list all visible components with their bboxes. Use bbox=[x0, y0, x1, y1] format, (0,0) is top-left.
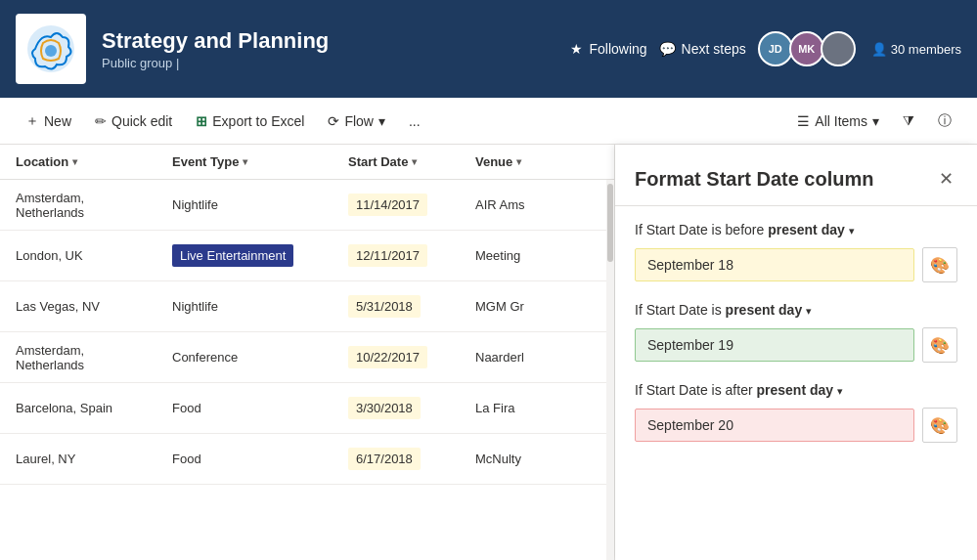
avatar-group: JD MK bbox=[758, 31, 856, 66]
cell-venue: AIR Ams bbox=[467, 190, 565, 220]
column-headers: Location ▾ Event Type ▾ Start Date ▾ Ven… bbox=[0, 145, 614, 180]
col-header-location: Location ▾ bbox=[8, 147, 164, 177]
col-header-start-date-label: Start Date bbox=[348, 154, 408, 169]
cell-venue: Naarderl bbox=[467, 342, 565, 372]
svg-point-1 bbox=[45, 45, 57, 57]
style-present-button[interactable]: 🎨 bbox=[922, 327, 957, 363]
col-sort-icon[interactable]: ▾ bbox=[243, 156, 247, 167]
cell-venue: Meeting bbox=[467, 240, 565, 271]
next-steps-button[interactable]: 💬 Next steps bbox=[659, 41, 746, 57]
table-row[interactable]: Amsterdam,Netherlands Conference 10/22/2… bbox=[0, 332, 606, 383]
cell-event-type: Food bbox=[164, 444, 340, 474]
more-button[interactable]: ... bbox=[399, 109, 430, 133]
cell-date: 10/22/2017 bbox=[340, 342, 467, 372]
table-row[interactable]: Laurel, NY Food 6/17/2018 McNulty bbox=[0, 434, 606, 485]
next-steps-icon: 💬 bbox=[659, 41, 676, 57]
table-row[interactable]: Amsterdam,Netherlands Nightlife 11/14/20… bbox=[0, 180, 606, 231]
cell-venue: MGM Gr bbox=[467, 291, 565, 322]
date-present-display: September 19 bbox=[635, 328, 914, 362]
header-right: ★ Following 💬 Next steps JD MK 👤 30 memb… bbox=[570, 31, 961, 66]
cell-date: 12/11/2017 bbox=[340, 240, 467, 271]
flow-icon: ⟳ bbox=[328, 113, 339, 129]
condition-before-label: If Start Date is before present day ▾ bbox=[635, 222, 957, 237]
list-rows: Amsterdam,Netherlands Nightlife 11/14/20… bbox=[0, 180, 606, 560]
condition-present-row: September 19 🎨 bbox=[635, 327, 957, 363]
date-value: 11/14/2017 bbox=[348, 194, 427, 216]
view-chevron-icon: ▾ bbox=[872, 113, 879, 129]
format-panel-title: Format Start Date column bbox=[635, 168, 873, 191]
members-count: 30 members bbox=[891, 42, 961, 57]
star-icon: ★ bbox=[570, 41, 583, 57]
condition-present-label: If Start Date is present day ▾ bbox=[635, 302, 957, 318]
list-panel: Location ▾ Event Type ▾ Start Date ▾ Ven… bbox=[0, 145, 615, 560]
members-button[interactable]: 👤 30 members bbox=[871, 42, 961, 57]
col-header-event-type: Event Type ▾ bbox=[164, 147, 340, 177]
following-label: Following bbox=[589, 41, 646, 57]
date-value: 3/30/2018 bbox=[348, 397, 421, 419]
condition-chevron-icon[interactable]: ▾ bbox=[806, 305, 812, 317]
view-selector-button[interactable]: ☰ All Items ▾ bbox=[787, 109, 889, 133]
condition-after-label: If Start Date is after present day ▾ bbox=[635, 382, 957, 398]
format-panel-header: Format Start Date column ✕ bbox=[615, 145, 977, 206]
new-button[interactable]: ＋ New bbox=[16, 108, 81, 134]
col-header-venue-label: Venue bbox=[475, 154, 512, 169]
style-before-button[interactable]: 🎨 bbox=[922, 247, 957, 282]
quick-edit-button[interactable]: ✏ Quick edit bbox=[85, 109, 182, 133]
condition-after-row: September 20 🎨 bbox=[635, 408, 957, 443]
flow-chevron-icon: ▾ bbox=[378, 113, 385, 129]
cell-date: 5/31/2018 bbox=[340, 291, 467, 322]
cell-location: Laurel, NY bbox=[8, 444, 164, 474]
date-value: 12/11/2017 bbox=[348, 244, 427, 267]
table-row[interactable]: London, UK Live Entertainment 12/11/2017… bbox=[0, 231, 606, 281]
table-row[interactable]: Barcelona, Spain Food 3/30/2018 La Fira bbox=[0, 383, 606, 434]
date-before-display: September 18 bbox=[635, 248, 914, 281]
condition-chevron-icon[interactable]: ▾ bbox=[837, 385, 843, 397]
style-after-button[interactable]: 🎨 bbox=[922, 408, 957, 443]
cell-venue: McNulty bbox=[467, 444, 565, 474]
cell-date: 3/30/2018 bbox=[340, 393, 467, 423]
site-title: Strategy and Planning bbox=[102, 28, 555, 54]
flow-label: Flow bbox=[344, 113, 374, 129]
table-row[interactable]: Las Vegas, NV Nightlife 5/31/2018 MGM Gr bbox=[0, 281, 606, 332]
flow-button[interactable]: ⟳ Flow ▾ bbox=[318, 109, 395, 133]
col-header-start-date: Start Date ▾ bbox=[340, 147, 467, 177]
site-logo bbox=[16, 14, 86, 84]
avatar bbox=[821, 31, 856, 66]
col-sort-icon[interactable]: ▾ bbox=[72, 156, 77, 167]
quick-edit-label: Quick edit bbox=[111, 113, 172, 129]
col-header-venue: Venue ▾ bbox=[467, 147, 565, 177]
scrollbar[interactable] bbox=[606, 180, 614, 560]
toolbar: ＋ New ✏ Quick edit ⊞ Export to Excel ⟳ F… bbox=[0, 98, 977, 145]
date-value: 5/31/2018 bbox=[348, 295, 421, 318]
site-subtitle: Public group | bbox=[102, 56, 555, 70]
filter-button[interactable]: ⧩ bbox=[893, 108, 924, 133]
condition-chevron-icon[interactable]: ▾ bbox=[849, 225, 855, 237]
cell-date: 11/14/2017 bbox=[340, 190, 467, 220]
header-title-group: Strategy and Planning Public group | bbox=[102, 28, 555, 70]
format-panel: Format Start Date column ✕ If Start Date… bbox=[615, 145, 977, 560]
cell-location: Amsterdam,Netherlands bbox=[8, 183, 164, 228]
next-steps-label: Next steps bbox=[682, 41, 746, 57]
filter-icon: ⧩ bbox=[903, 112, 914, 129]
col-header-location-label: Location bbox=[16, 154, 68, 169]
date-after-display: September 20 bbox=[635, 409, 914, 442]
export-excel-button[interactable]: ⊞ Export to Excel bbox=[186, 109, 314, 133]
cell-event-type: Food bbox=[164, 393, 340, 423]
toolbar-right: ☰ All Items ▾ ⧩ ⓘ bbox=[787, 108, 961, 134]
cell-location: Amsterdam,Netherlands bbox=[8, 335, 164, 380]
cell-date: 6/17/2018 bbox=[340, 444, 467, 474]
col-header-event-type-label: Event Type bbox=[172, 154, 239, 169]
date-value: 10/22/2017 bbox=[348, 346, 427, 368]
col-sort-icon[interactable]: ▾ bbox=[516, 156, 521, 167]
info-button[interactable]: ⓘ bbox=[928, 108, 961, 134]
col-sort-icon[interactable]: ▾ bbox=[412, 156, 417, 167]
following-button[interactable]: ★ Following bbox=[570, 41, 646, 57]
condition-present: If Start Date is present day ▾ September… bbox=[635, 302, 957, 363]
cell-location: Las Vegas, NV bbox=[8, 291, 164, 322]
cell-event-type: Live Entertainment bbox=[164, 237, 340, 275]
close-button[interactable]: ✕ bbox=[935, 164, 957, 194]
all-items-label: All Items bbox=[815, 113, 867, 129]
scroll-thumb[interactable] bbox=[607, 184, 613, 262]
cell-event-type: Nightlife bbox=[164, 291, 340, 322]
view-icon: ☰ bbox=[797, 113, 810, 129]
